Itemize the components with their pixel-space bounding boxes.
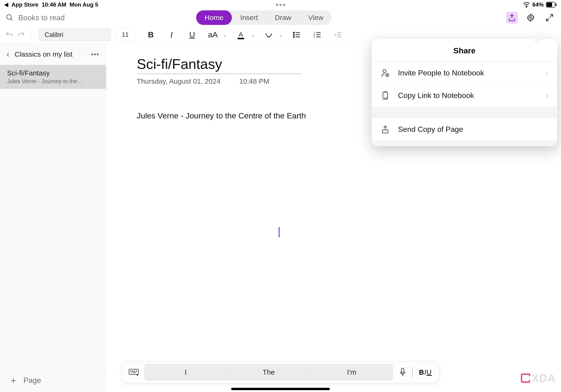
- share-invite-row[interactable]: Invite People to Notebook ›: [372, 62, 557, 84]
- status-date: Mon Aug 5: [70, 1, 98, 8]
- share-button[interactable]: [506, 12, 518, 23]
- format-biu-button[interactable]: BIU: [419, 368, 432, 376]
- share-popover: Share Invite People to Notebook › Copy L…: [372, 39, 557, 146]
- person-add-icon: [381, 68, 390, 78]
- tab-insert[interactable]: Insert: [232, 10, 266, 25]
- svg-rect-28: [129, 369, 138, 374]
- note-title[interactable]: Sci-fi/Fantasy: [137, 56, 301, 74]
- share-send-copy-row[interactable]: Send Copy of Page: [372, 118, 557, 141]
- ribbon-tabs: Home Insert Draw View: [196, 10, 332, 25]
- page-item-snippet: Jules Verne - Journey to the...: [7, 78, 99, 85]
- svg-point-32: [136, 371, 137, 371]
- svg-point-29: [131, 371, 131, 371]
- section-title[interactable]: Classics on my list: [15, 50, 86, 58]
- redo-button[interactable]: [17, 31, 25, 39]
- plus-icon: ＋: [9, 374, 18, 386]
- home-indicator[interactable]: [231, 388, 330, 390]
- underline-button[interactable]: U: [185, 28, 199, 41]
- svg-point-22: [383, 70, 386, 73]
- svg-point-0: [526, 6, 527, 7]
- add-page-label: Page: [23, 376, 41, 385]
- chevron-right-icon: ›: [546, 69, 548, 77]
- page-item-title: Sci-fi/Fantasy: [7, 69, 99, 77]
- svg-point-7: [293, 32, 295, 33]
- tab-home[interactable]: Home: [196, 10, 232, 25]
- sidebar-back-button[interactable]: ‹: [7, 49, 9, 59]
- font-size-select[interactable]: 11: [116, 28, 135, 41]
- back-triangle-icon[interactable]: ◀: [4, 2, 8, 8]
- search-icon[interactable]: [6, 14, 14, 22]
- suggestion-2[interactable]: The: [227, 368, 310, 376]
- share-popover-title: Share: [372, 39, 557, 62]
- keyboard-toggle-button[interactable]: [125, 368, 142, 377]
- fullscreen-button[interactable]: [544, 12, 555, 23]
- svg-text:3: 3: [314, 35, 315, 38]
- text-case-button[interactable]: aA: [205, 28, 220, 41]
- numbered-list-button[interactable]: 123: [310, 28, 325, 41]
- bold-button[interactable]: B: [143, 28, 158, 41]
- page-list-sidebar: ‹ Classics on my list ••• Sci-fi/Fantasy…: [0, 44, 106, 392]
- svg-line-5: [11, 19, 13, 21]
- chevron-right-icon: ›: [546, 91, 548, 100]
- text-cursor: [279, 227, 280, 237]
- multitask-dots[interactable]: [276, 4, 285, 6]
- svg-point-31: [134, 371, 135, 371]
- section-more-button[interactable]: •••: [91, 51, 99, 58]
- tab-view[interactable]: View: [300, 10, 332, 25]
- battery-icon: [546, 2, 557, 8]
- top-toolbar: Home Insert Draw View: [0, 9, 561, 26]
- chevron-down-icon[interactable]: ⌄: [279, 32, 283, 38]
- tab-draw[interactable]: Draw: [266, 10, 300, 25]
- suggestion-3[interactable]: I'm: [310, 368, 393, 376]
- page-list-item[interactable]: Sci-fi/Fantasy Jules Verne - Journey to …: [0, 65, 106, 89]
- note-canvas[interactable]: Sci-fi/Fantasy Thursday, August 01, 2024…: [106, 44, 561, 392]
- svg-point-11: [293, 36, 295, 37]
- svg-rect-27: [382, 130, 388, 133]
- svg-point-9: [293, 34, 295, 35]
- italic-button[interactable]: I: [164, 28, 179, 41]
- outdent-button[interactable]: [331, 28, 345, 41]
- suggestion-1[interactable]: I: [144, 368, 227, 376]
- bullet-list-button[interactable]: [290, 28, 304, 41]
- search-input[interactable]: [18, 13, 103, 22]
- status-bar: ◀ App Store 10:46 AM Mon Aug 5 64%: [0, 0, 561, 9]
- note-time: 10:48 PM: [239, 77, 269, 85]
- watermark-logo: XDA: [521, 372, 556, 384]
- svg-point-4: [7, 15, 11, 19]
- share-copy-link-label: Copy Link to Notebook: [398, 91, 538, 100]
- clipboard-link-icon: [381, 91, 390, 100]
- back-app-label[interactable]: App Store: [11, 1, 39, 8]
- dictation-button[interactable]: [399, 368, 406, 377]
- add-page-button[interactable]: ＋ Page: [0, 369, 106, 392]
- wifi-icon: [523, 2, 530, 8]
- send-copy-icon: [381, 125, 390, 134]
- svg-point-30: [132, 371, 133, 371]
- font-name-select[interactable]: Calibri: [38, 28, 111, 41]
- svg-rect-3: [556, 3, 557, 6]
- chevron-down-icon[interactable]: ⌄: [251, 32, 255, 38]
- status-time: 10:46 AM: [42, 1, 66, 8]
- font-color-button[interactable]: A: [234, 28, 248, 41]
- undo-button[interactable]: [5, 31, 14, 39]
- share-invite-label: Invite People to Notebook: [398, 69, 538, 77]
- chevron-down-icon[interactable]: ⌄: [223, 32, 227, 38]
- svg-rect-2: [547, 3, 552, 7]
- note-date: Thursday, August 01, 2024: [137, 77, 220, 85]
- svg-point-6: [530, 17, 532, 19]
- share-send-copy-label: Send Copy of Page: [398, 125, 548, 134]
- highlight-button[interactable]: [261, 28, 276, 41]
- svg-rect-35: [401, 368, 404, 373]
- share-copy-link-row[interactable]: Copy Link to Notebook ›: [372, 84, 557, 107]
- keyboard-suggestion-bar: I The I'm BIU: [122, 361, 439, 383]
- settings-button[interactable]: [525, 12, 537, 23]
- battery-percent: 64%: [532, 1, 544, 8]
- svg-point-34: [137, 374, 138, 376]
